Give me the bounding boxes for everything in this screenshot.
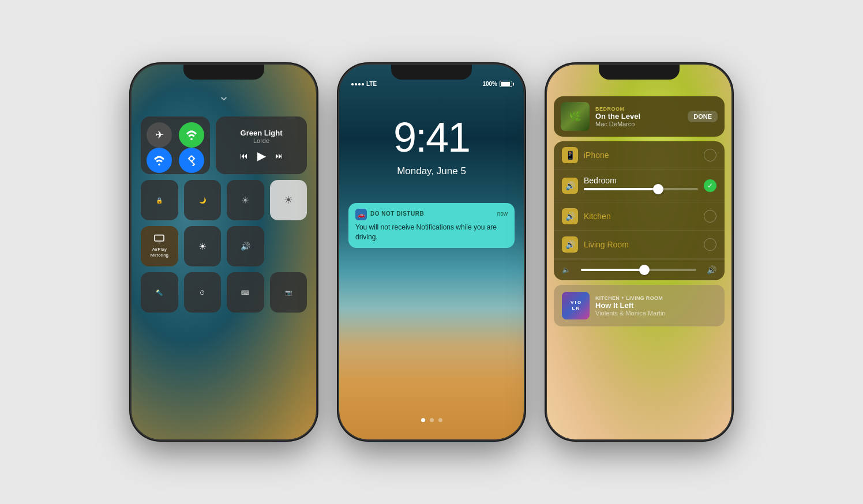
wifi-icon[interactable] [179, 122, 204, 148]
brightness-bright-icon: ☀ [284, 194, 293, 206]
timer-button[interactable]: ⏱ [184, 272, 222, 313]
brightness-dark[interactable]: ☀ [227, 180, 264, 220]
connectivity-block: ✈ [141, 116, 210, 174]
svg-point-1 [158, 163, 160, 166]
second-track-context: KITCHEN + LIVING ROOM [595, 295, 716, 301]
airplane-mode-icon[interactable]: ✈ [147, 122, 172, 148]
play-button[interactable]: ▶ [257, 149, 266, 163]
bedroom-volume-row [584, 186, 698, 196]
speaker-livingroom-name: Living Room [584, 240, 698, 249]
camera-button[interactable]: 📷 [270, 272, 307, 313]
done-button[interactable]: DONE [688, 111, 718, 122]
brightness-bright[interactable]: ☀ [270, 180, 307, 220]
battery-tip [513, 82, 514, 85]
playback-controls: ⏮ ▶ ⏭ [240, 149, 283, 163]
track-title: On the Level [595, 112, 682, 121]
livingroom-check [704, 238, 716, 251]
volume-icon: 🔊 [241, 242, 250, 251]
speaker-bedroom-name: Bedroom [584, 176, 617, 185]
page-dots [339, 418, 524, 422]
volume-control[interactable]: 🔊 [227, 226, 264, 266]
second-track-info: KITCHEN + LIVING ROOM How It Left Violen… [595, 295, 716, 317]
notch-3 [599, 65, 680, 80]
speaker-kitchen-name: Kitchen [584, 212, 698, 221]
notch-1 [183, 65, 264, 80]
fastforward-button[interactable]: ⏭ [275, 151, 283, 160]
track-artist: Mac DeMarco [595, 121, 682, 127]
iphone-1: ✈ [132, 65, 316, 439]
bedroom-volume-fill [584, 188, 658, 190]
lock-rotation-icon: 🔒 [156, 197, 163, 204]
notification-header-row: 🚗 DO NOT DISTURB now [355, 209, 508, 220]
do-not-disturb-button[interactable]: 🌙 [184, 180, 222, 220]
album-art-1: 🌿 [561, 102, 590, 131]
speakers-list: 📱 iPhone 🔊 Bedroom [554, 141, 725, 280]
now-playing-block: Green Light Lorde ⏮ ▶ ⏭ [216, 116, 307, 174]
brightness-slider[interactable]: ☀ [184, 226, 222, 266]
second-track-card: V I OL N KITCHEN + LIVING ROOM How It Le… [554, 285, 725, 326]
volume-min-icon: 🔈 [562, 266, 571, 274]
svg-rect-2 [155, 235, 164, 241]
dot-2 [430, 418, 434, 422]
bottom-icons-row [147, 148, 204, 173]
top-icons-row: ✈ [147, 122, 204, 148]
notification-time: now [497, 210, 508, 217]
brightness-dark-icon: ☀ [241, 195, 249, 206]
phone2-screen: ●●●● LTE 100% 9:41 Monday, June 5 🚗 DO N… [339, 65, 524, 439]
airplay-icon [153, 234, 165, 246]
phone3-screen: 🌿 BEDROOM On the Level Mac DeMarco DONE … [547, 65, 731, 439]
cc-row-2: 🔒 🌙 ☀ ☀ [141, 180, 307, 220]
camera-icon: 📷 [285, 289, 292, 296]
battery-fill [501, 82, 510, 86]
song-artist: Lorde [253, 137, 269, 144]
bedroom-col: Bedroom [584, 175, 698, 196]
cc-row-4: 🔦 ⏱ ⌨ 📷 [141, 272, 307, 313]
second-track-title: How It Left [595, 301, 716, 310]
lock-screen-time: 9:41 [339, 114, 524, 161]
bluetooth-icon[interactable] [179, 148, 204, 173]
flashlight-button[interactable]: 🔦 [141, 272, 178, 313]
song-title: Green Light [241, 129, 283, 137]
main-volume-row: 🔈 🔊 [554, 259, 725, 280]
signal-strength: ●●●● LTE [351, 81, 377, 87]
do-not-disturb-notification: 🚗 DO NOT DISTURB now You will not receiv… [348, 203, 515, 248]
bedroom-speaker-icon: 🔊 [562, 178, 578, 194]
kitchen-check [704, 210, 716, 223]
sun-icon: ☀ [198, 241, 207, 252]
iphone-3: 🌿 BEDROOM On the Level Mac DeMarco DONE … [547, 65, 731, 439]
speaker-kitchen[interactable]: 🔊 Kitchen [554, 202, 725, 231]
wifi-bottom-icon[interactable] [147, 148, 172, 173]
speaker-iphone[interactable]: 📱 iPhone [554, 141, 725, 170]
speaker-bedroom[interactable]: 🔊 Bedroom ✓ [554, 170, 725, 202]
phone1-screen: ✈ [132, 65, 316, 439]
second-track-artist: Violents & Monica Martin [595, 310, 716, 317]
speaker-livingroom[interactable]: 🔊 Living Room [554, 231, 725, 259]
chevron-icon[interactable] [218, 88, 230, 104]
airplay-mirroring-button[interactable]: AirPlayMirroring [141, 226, 178, 266]
battery-percentage: 100% [482, 81, 497, 87]
status-bar: ●●●● LTE 100% [351, 81, 512, 87]
control-center-grid: ✈ [141, 116, 307, 313]
speaker-iphone-name: iPhone [584, 151, 698, 160]
main-volume-thumb[interactable] [639, 265, 650, 275]
notification-header: DO NOT DISTURB now [370, 210, 508, 217]
dnd-app-icon: 🚗 [355, 209, 367, 220]
status-right: 100% [482, 81, 512, 87]
iphone-check [704, 149, 716, 161]
screen-rotation-button[interactable]: 🔒 [141, 180, 178, 220]
track-info: BEDROOM On the Level Mac DeMarco [595, 106, 682, 127]
bedroom-volume-thumb[interactable] [653, 184, 663, 194]
iphone-2: ●●●● LTE 100% 9:41 Monday, June 5 🚗 DO N… [339, 65, 524, 439]
cc-row-3: AirPlayMirroring ☀ 🔊 [141, 226, 307, 266]
battery-icon [500, 81, 512, 87]
main-volume-slider[interactable] [581, 269, 696, 271]
notch-2 [391, 65, 472, 80]
album-art-2: V I OL N [562, 292, 590, 319]
volume-max-icon: 🔊 [707, 265, 716, 274]
calculator-button[interactable]: ⌨ [227, 272, 264, 313]
bedroom-volume-slider[interactable] [584, 188, 698, 190]
airplay-bg: 🌿 BEDROOM On the Level Mac DeMarco DONE … [547, 65, 731, 439]
rewind-button[interactable]: ⏮ [240, 151, 248, 160]
calculator-icon: ⌨ [241, 289, 249, 296]
flashlight-icon: 🔦 [156, 289, 163, 296]
